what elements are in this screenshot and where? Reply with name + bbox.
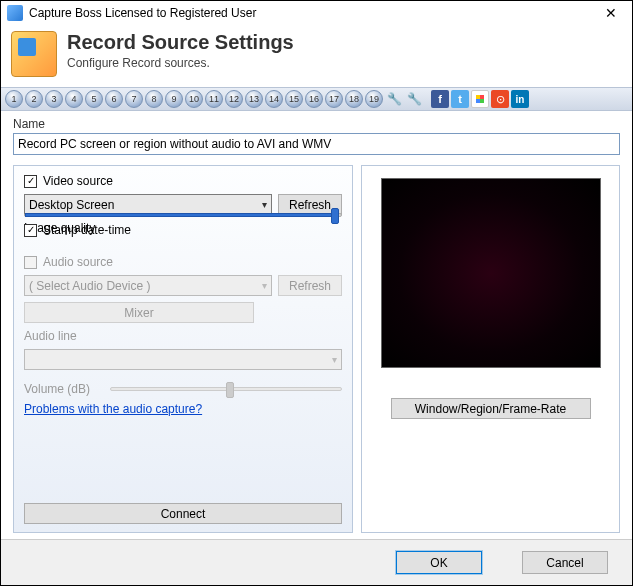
- video-source-checkbox[interactable]: [24, 175, 37, 188]
- volume-slider: [110, 387, 342, 391]
- header: Record Source Settings Configure Record …: [1, 25, 632, 87]
- source-panel: Video source Desktop Screen Refresh Imag…: [13, 165, 353, 533]
- name-label: Name: [13, 117, 620, 131]
- window-region-framerate-button[interactable]: Window/Region/Frame-Rate: [391, 398, 591, 419]
- preset-16[interactable]: 16: [305, 90, 323, 108]
- wrench-icon-2[interactable]: 🔧: [405, 90, 423, 108]
- close-button[interactable]: ✕: [596, 2, 626, 24]
- settings-hero-icon: [11, 31, 57, 77]
- preset-18[interactable]: 18: [345, 90, 363, 108]
- window-title: Capture Boss Licensed to Registered User: [29, 6, 596, 20]
- preset-11[interactable]: 11: [205, 90, 223, 108]
- volume-label: Volume (dB): [24, 382, 104, 396]
- content: Name Video source Desktop Screen Refresh…: [1, 111, 632, 539]
- ok-button[interactable]: OK: [396, 551, 482, 574]
- preset-7[interactable]: 7: [125, 90, 143, 108]
- audio-line-label: Audio line: [24, 329, 342, 343]
- preset-toolbar: 12345678910111213141516171819 🔧 🔧 f t ⊙ …: [1, 87, 632, 111]
- preview-canvas: [381, 178, 601, 368]
- linkedin-icon[interactable]: in: [511, 90, 529, 108]
- audio-device-select: ( Select Audio Device ): [24, 275, 272, 296]
- preview-panel: Window/Region/Frame-Rate: [361, 165, 620, 533]
- audio-source-label: Audio source: [43, 255, 113, 269]
- video-device-select[interactable]: Desktop Screen: [24, 194, 272, 215]
- preset-5[interactable]: 5: [85, 90, 103, 108]
- audio-source-checkbox[interactable]: [24, 256, 37, 269]
- preset-9[interactable]: 9: [165, 90, 183, 108]
- wrench-icon[interactable]: 🔧: [385, 90, 403, 108]
- preset-6[interactable]: 6: [105, 90, 123, 108]
- preset-14[interactable]: 14: [265, 90, 283, 108]
- connect-button[interactable]: Connect: [24, 503, 342, 524]
- facebook-icon[interactable]: f: [431, 90, 449, 108]
- stamp-datetime-label: Stamp date-time: [43, 223, 131, 237]
- preset-17[interactable]: 17: [325, 90, 343, 108]
- titlebar: Capture Boss Licensed to Registered User…: [1, 1, 632, 25]
- preset-13[interactable]: 13: [245, 90, 263, 108]
- google-icon[interactable]: [471, 90, 489, 108]
- preset-4[interactable]: 4: [65, 90, 83, 108]
- page-subtitle: Configure Record sources.: [67, 56, 294, 70]
- stumbleupon-icon[interactable]: ⊙: [491, 90, 509, 108]
- preset-1[interactable]: 1: [5, 90, 23, 108]
- preset-19[interactable]: 19: [365, 90, 383, 108]
- audio-problems-link[interactable]: Problems with the audio capture?: [24, 402, 342, 416]
- footer: OK Cancel: [1, 539, 632, 585]
- preset-3[interactable]: 3: [45, 90, 63, 108]
- page-title: Record Source Settings: [67, 31, 294, 54]
- window: Capture Boss Licensed to Registered User…: [0, 0, 633, 586]
- preset-15[interactable]: 15: [285, 90, 303, 108]
- preset-8[interactable]: 8: [145, 90, 163, 108]
- twitter-icon[interactable]: t: [451, 90, 469, 108]
- stamp-datetime-checkbox[interactable]: [24, 224, 37, 237]
- preset-10[interactable]: 10: [185, 90, 203, 108]
- app-icon: [7, 5, 23, 21]
- mixer-button: Mixer: [24, 302, 254, 323]
- name-input[interactable]: [13, 133, 620, 155]
- preset-2[interactable]: 2: [25, 90, 43, 108]
- audio-refresh-button: Refresh: [278, 275, 342, 296]
- image-quality-slider[interactable]: [24, 213, 342, 217]
- video-source-label: Video source: [43, 174, 113, 188]
- preset-12[interactable]: 12: [225, 90, 243, 108]
- audio-line-select: [24, 349, 342, 370]
- cancel-button[interactable]: Cancel: [522, 551, 608, 574]
